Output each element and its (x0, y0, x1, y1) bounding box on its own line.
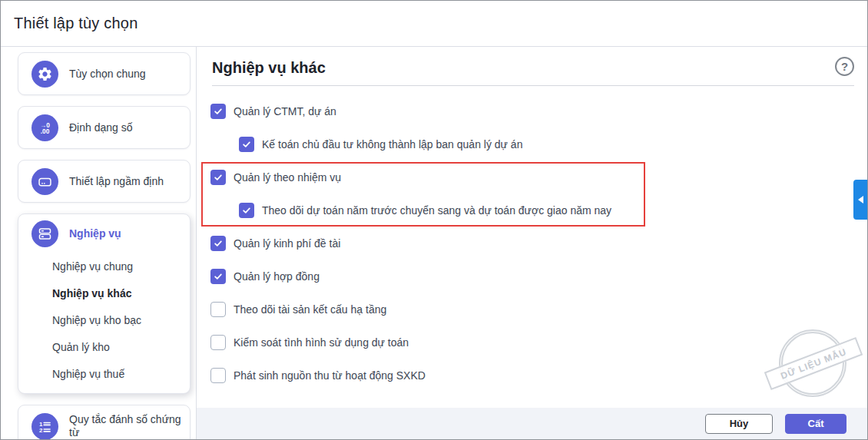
option-label: Quản lý hợp đồng (234, 270, 320, 283)
sidebar-item-quy-tac-danh-so-chung-tu[interactable]: 12 Quy tắc đánh số chứng từ (18, 405, 190, 440)
option-label: Quản lý CTMT, dự án (234, 105, 336, 117)
option-row[interactable]: Phát sinh nguồn thu từ hoạt động SXKD (210, 359, 852, 392)
checkbox[interactable] (210, 269, 226, 284)
checkbox[interactable] (239, 137, 254, 152)
drive-icon (31, 168, 58, 195)
option-row[interactable]: Quản lý CTMT, dự án (210, 94, 852, 127)
option-row[interactable]: Quản lý kinh phí đề tài (210, 227, 852, 260)
main-header: Nghiệp vụ khác ? (197, 47, 867, 85)
sidebar-item-nghiep-vu[interactable]: Nghiệp vụ Nghiệp vụ chungNghiệp vụ khácN… (18, 213, 190, 394)
option-row[interactable]: Kế toán chủ đầu tư không thành lập ban q… (239, 127, 852, 160)
svg-text:2: 2 (39, 427, 43, 434)
option-label: Quản lý theo nhiệm vụ (234, 171, 341, 184)
sidebar-item-dinh-dang-so[interactable]: →0.00 Định dạng số (18, 106, 190, 149)
stack-icon (31, 220, 58, 247)
sidebar-sub-item[interactable]: Nghiệp vụ kho bạc (18, 306, 190, 333)
svg-text:1: 1 (39, 420, 43, 427)
sidebar-sub-item[interactable]: Quản lý kho (18, 333, 190, 360)
sidebar-sub-list: Nghiệp vụ chungNghiệp vụ khácNghiệp vụ k… (18, 253, 190, 387)
option-row[interactable]: Theo dõi tài sản kết cấu hạ tầng (210, 293, 852, 326)
svg-text:.00: .00 (41, 127, 50, 135)
gear-icon (31, 61, 58, 88)
checkbox[interactable] (210, 236, 226, 251)
cancel-button[interactable]: Hủy (705, 414, 773, 434)
sidebar: Tùy chọn chung →0.00 Định dạng số Thiết … (1, 47, 197, 439)
number-format-icon: →0.00 (31, 114, 58, 141)
dialog-title: Thiết lập tùy chọn (14, 15, 137, 32)
sidebar-sub-item[interactable]: Nghiệp vụ chung (18, 253, 190, 280)
main-panel: Nghiệp vụ khác ? Quản lý CTMT, dự án Kế … (197, 47, 867, 439)
titlebar: Thiết lập tùy chọn (1, 1, 867, 47)
section-title: Nghiệp vụ khác (212, 56, 326, 77)
option-label: Theo dõi tài sản kết cấu hạ tầng (234, 303, 386, 316)
option-row[interactable]: Quản lý theo nhiệm vụ (210, 160, 852, 194)
sidebar-item-tuy-chon-chung[interactable]: Tùy chọn chung (18, 52, 190, 95)
dialog-body: Tùy chọn chung →0.00 Định dạng số Thiết … (1, 47, 867, 439)
checkbox[interactable] (210, 368, 226, 383)
checkbox[interactable] (239, 203, 254, 218)
numbered-list-icon: 12 (31, 413, 58, 440)
options-list: Quản lý CTMT, dự án Kế toán chủ đầu tư k… (197, 86, 867, 392)
checkbox[interactable] (210, 302, 226, 317)
sidebar-sub-item[interactable]: Nghiệp vụ thuế (18, 360, 190, 387)
footer-bar: Hủy Cất (197, 408, 867, 439)
help-icon[interactable]: ? (835, 57, 854, 76)
chevron-left-icon (858, 196, 863, 203)
checkbox[interactable] (210, 170, 226, 185)
option-row[interactable]: Kiểm soát tình hình sử dụng dự toán (210, 326, 852, 359)
settings-dialog: Thiết lập tùy chọn Tùy chọn chung →0.00 … (0, 0, 868, 440)
option-row[interactable]: Quản lý hợp đồng (210, 260, 852, 293)
checkbox[interactable] (210, 335, 226, 350)
sidebar-sub-item[interactable]: Nghiệp vụ khác (18, 280, 190, 306)
option-label: Theo dõi dự toán năm trước chuyển sang v… (262, 204, 611, 217)
sidebar-item-thiet-lap-ngam-dinh[interactable]: Thiết lập ngầm định (18, 160, 190, 203)
option-label: Quản lý kinh phí đề tài (234, 237, 340, 250)
option-label: Kiểm soát tình hình sử dụng dự toán (234, 336, 409, 349)
option-label: Kế toán chủ đầu tư không thành lập ban q… (262, 138, 522, 151)
option-row[interactable]: Theo dõi dự toán năm trước chuyển sang v… (239, 194, 852, 227)
save-button[interactable]: Cất (785, 414, 846, 434)
collapse-panel-tab[interactable] (853, 180, 867, 220)
checkbox[interactable] (210, 104, 226, 119)
option-label: Phát sinh nguồn thu từ hoạt động SXKD (234, 369, 426, 382)
